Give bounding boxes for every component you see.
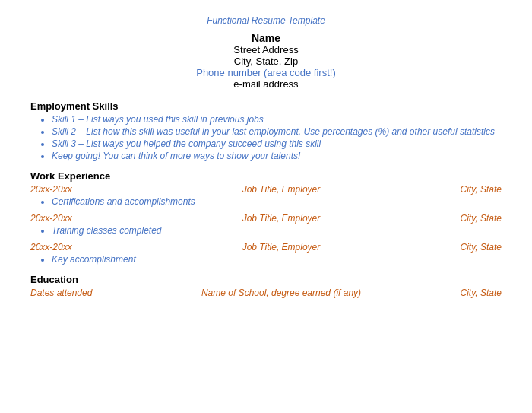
- education-dates: Dates attended: [30, 288, 122, 298]
- list-item: Certifications and accomplishments: [52, 196, 502, 207]
- list-item: Skill 1 – List ways you used this skill …: [52, 114, 502, 125]
- header-email: e-mail address: [30, 78, 502, 90]
- employment-skills-section: Employment Skills Skill 1 – List ways yo…: [30, 100, 502, 161]
- work-city-2: City, State: [441, 213, 502, 224]
- education-title: Education: [30, 274, 502, 285]
- work-title-1: Job Title, Employer: [122, 184, 441, 195]
- work-title-2: Job Title, Employer: [122, 213, 441, 224]
- header-phone: Phone number (area code first!): [30, 67, 502, 78]
- work-dates-3: 20xx-20xx: [30, 242, 122, 253]
- work-bullet-list-2: Training classes completed: [52, 225, 502, 236]
- education-line: Dates attended Name of School, degree ea…: [30, 288, 502, 298]
- work-bullet-list-3: Key accomplishment: [52, 254, 502, 265]
- header-section: Name Street Address City, State, Zip Pho…: [30, 32, 502, 90]
- work-experience-section: Work Experience 20xx-20xx Job Title, Emp…: [30, 170, 502, 265]
- education-city: City, State: [441, 288, 502, 298]
- list-item: Key accomplishment: [52, 254, 502, 265]
- work-line-2: 20xx-20xx Job Title, Employer City, Stat…: [30, 213, 502, 224]
- work-line-1: 20xx-20xx Job Title, Employer City, Stat…: [30, 184, 502, 195]
- header-name: Name: [30, 32, 502, 44]
- work-title-3: Job Title, Employer: [122, 242, 441, 253]
- page-title: Functional Resume Template: [30, 15, 502, 26]
- work-bullet-list-1: Certifications and accomplishments: [52, 196, 502, 207]
- education-school: Name of School, degree earned (if any): [122, 288, 441, 298]
- list-item: Keep going! You can think of more ways t…: [52, 151, 502, 161]
- education-section: Education Dates attended Name of School,…: [30, 274, 502, 298]
- work-experience-title: Work Experience: [30, 170, 502, 182]
- list-item: Skill 2 – List how this skill was useful…: [52, 126, 502, 137]
- work-city-1: City, State: [441, 184, 502, 195]
- work-dates-2: 20xx-20xx: [30, 213, 122, 224]
- work-entry-3: 20xx-20xx Job Title, Employer City, Stat…: [30, 242, 502, 265]
- header-city-state: City, State, Zip: [30, 56, 502, 67]
- work-city-3: City, State: [441, 242, 502, 253]
- list-item: Skill 3 – List ways you helped the compa…: [52, 138, 502, 149]
- employment-skills-list: Skill 1 – List ways you used this skill …: [52, 114, 502, 161]
- header-address: Street Address: [30, 44, 502, 56]
- work-entry-1: 20xx-20xx Job Title, Employer City, Stat…: [30, 184, 502, 207]
- employment-skills-title: Employment Skills: [30, 100, 502, 112]
- list-item: Training classes completed: [52, 225, 502, 236]
- work-entry-2: 20xx-20xx Job Title, Employer City, Stat…: [30, 213, 502, 236]
- work-dates-1: 20xx-20xx: [30, 184, 122, 195]
- work-line-3: 20xx-20xx Job Title, Employer City, Stat…: [30, 242, 502, 253]
